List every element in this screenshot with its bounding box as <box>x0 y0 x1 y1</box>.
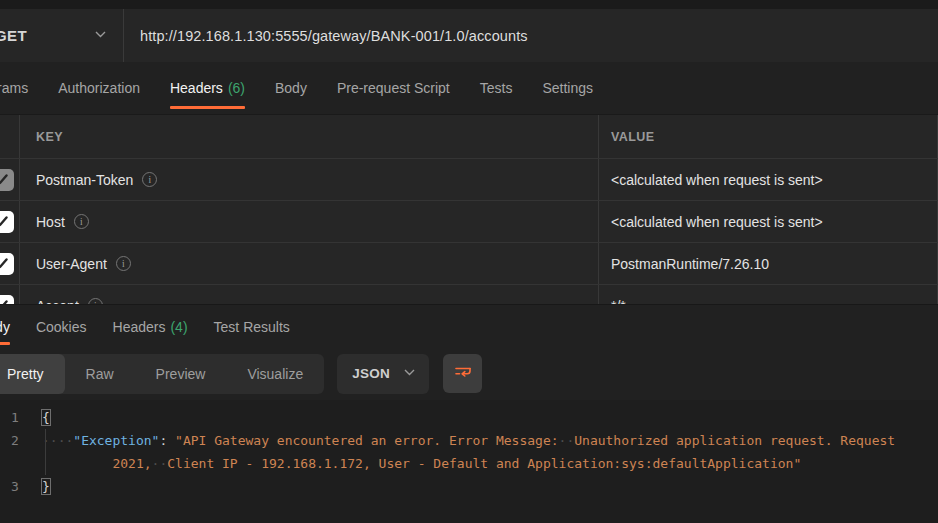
row-checkbox[interactable] <box>0 169 14 191</box>
value-cell[interactable]: <calculated when request is sent> <box>598 201 938 242</box>
view-mode-visualize[interactable]: Visualize <box>226 354 324 394</box>
code-line: ····"Exception": "API Gateway encountere… <box>42 429 895 452</box>
tab-body[interactable]: Body <box>275 62 307 114</box>
tab-label: Tests <box>480 80 513 96</box>
request-url-bar: GET http://192.168.1.130:5555/gateway/BA… <box>0 9 938 63</box>
key-cell[interactable]: Accept <box>20 285 598 305</box>
tab-settings[interactable]: Settings <box>542 62 593 114</box>
line-number: 3 <box>0 475 42 498</box>
view-mode-raw[interactable]: Raw <box>65 354 135 394</box>
response-tabs: Body Cookies Headers (4) Test Results <box>0 304 938 348</box>
code-token: ·· <box>559 433 575 448</box>
code-token: Unauthorized application request. Reques… <box>574 433 895 448</box>
response-tab-test-results[interactable]: Test Results <box>214 305 290 348</box>
code-row: 1{ <box>0 406 938 429</box>
value-cell[interactable]: <calculated when request is sent> <box>598 159 938 200</box>
value-cell[interactable]: */* <box>598 285 938 305</box>
checkbox-column-header <box>0 115 20 158</box>
line-number: 2 <box>0 429 42 452</box>
tab-label: Body <box>275 80 307 96</box>
info-icon[interactable] <box>74 214 89 229</box>
checkbox-cell <box>0 243 20 284</box>
row-checkbox[interactable] <box>0 253 14 275</box>
view-mode-label: Pretty <box>7 366 44 382</box>
view-mode-pretty[interactable]: Pretty <box>0 354 65 394</box>
response-tab-body[interactable]: Body <box>0 305 10 348</box>
key-cell[interactable]: User-Agent <box>20 243 598 284</box>
tab-label: Cookies <box>36 319 87 335</box>
value-header-label: VALUE <box>611 130 654 144</box>
code-line: 2021,··Client IP - 192.168.1.172, User -… <box>42 452 801 475</box>
view-mode-label: Raw <box>86 366 114 382</box>
indent-guide <box>45 429 46 475</box>
row-checkbox[interactable] <box>0 211 14 233</box>
postman-window: GET http://192.168.1.130:5555/gateway/BA… <box>0 0 938 523</box>
line-number <box>0 452 42 475</box>
headers-count-badge: (6) <box>228 80 245 96</box>
info-icon[interactable] <box>116 256 131 271</box>
response-body-editor[interactable]: 1{2····"Exception": "API Gateway encount… <box>0 400 938 523</box>
tab-params[interactable]: Params <box>0 62 28 114</box>
table-row: Postman-Token <calculated when request i… <box>0 159 938 201</box>
table-row: Host <calculated when request is sent> <box>0 201 938 243</box>
key-header-label: KEY <box>36 130 63 144</box>
tab-headers[interactable]: Headers (6) <box>170 62 245 114</box>
code-row: 2021,··Client IP - 192.168.1.172, User -… <box>0 452 938 475</box>
code-line: } <box>42 475 50 498</box>
tab-label: Params <box>0 80 28 96</box>
method-label: GET <box>0 27 27 44</box>
code-token: : <box>159 433 175 448</box>
key-column-header: KEY <box>20 115 598 158</box>
url-text: http://192.168.1.130:5555/gateway/BANK-0… <box>140 28 528 44</box>
response-tab-headers[interactable]: Headers (4) <box>113 305 188 348</box>
response-code: 1{2····"Exception": "API Gateway encount… <box>0 406 938 498</box>
value-cell[interactable]: PostmanRuntime/7.26.10 <box>598 243 938 284</box>
tab-pre-request-script[interactable]: Pre-request Script <box>337 62 450 114</box>
tab-label: Test Results <box>214 319 290 335</box>
chevron-down-icon <box>95 31 105 41</box>
checkbox-cell <box>0 159 20 200</box>
header-value: <calculated when request is sent> <box>611 172 823 188</box>
tab-label: Settings <box>542 80 593 96</box>
key-cell[interactable]: Postman-Token <box>20 159 598 200</box>
code-token: { <box>42 410 50 425</box>
tab-label: Headers <box>113 319 166 335</box>
key-cell[interactable]: Host <box>20 201 598 242</box>
tab-authorization[interactable]: Authorization <box>58 62 140 114</box>
header-value: PostmanRuntime/7.26.10 <box>611 256 769 272</box>
table-row: Accept */* <box>0 285 938 305</box>
chevron-down-icon <box>404 369 414 379</box>
code-token: 2021, <box>112 456 151 471</box>
code-token <box>42 456 112 471</box>
code-token: ···· <box>42 433 73 448</box>
tab-label: Body <box>0 319 10 335</box>
table-header-row: KEY VALUE <box>0 115 938 159</box>
window-top-strip <box>0 0 938 9</box>
view-mode-group: Pretty Raw Preview Visualize <box>0 354 324 394</box>
code-token: "Exception" <box>73 433 159 448</box>
code-token: } <box>42 479 50 494</box>
header-key: Host <box>36 214 65 230</box>
headers-table: KEY VALUE Postman-Token <calculated when… <box>0 114 938 305</box>
wrap-text-icon <box>453 362 473 386</box>
tab-label: Pre-request Script <box>337 80 450 96</box>
format-dropdown[interactable]: JSON <box>337 354 429 394</box>
checkbox-cell <box>0 285 20 305</box>
value-column-header: VALUE <box>598 115 938 158</box>
tab-label: Authorization <box>58 80 140 96</box>
url-input[interactable]: http://192.168.1.130:5555/gateway/BANK-0… <box>124 9 938 62</box>
response-headers-count-badge: (4) <box>170 319 187 335</box>
method-selector[interactable]: GET <box>0 9 123 62</box>
response-view-bar: Pretty Raw Preview Visualize JSON <box>0 347 938 400</box>
code-token: Client IP - 192.168.1.172, User - Defaul… <box>167 456 801 471</box>
header-value: <calculated when request is sent> <box>611 214 823 230</box>
info-icon[interactable] <box>142 172 157 187</box>
response-tab-cookies[interactable]: Cookies <box>36 305 87 348</box>
wrap-text-button[interactable] <box>443 354 482 393</box>
checkbox-cell <box>0 201 20 242</box>
view-mode-preview[interactable]: Preview <box>135 354 227 394</box>
view-mode-label: Preview <box>156 366 206 382</box>
format-label: JSON <box>352 366 390 381</box>
header-key: User-Agent <box>36 256 107 272</box>
tab-tests[interactable]: Tests <box>480 62 513 114</box>
